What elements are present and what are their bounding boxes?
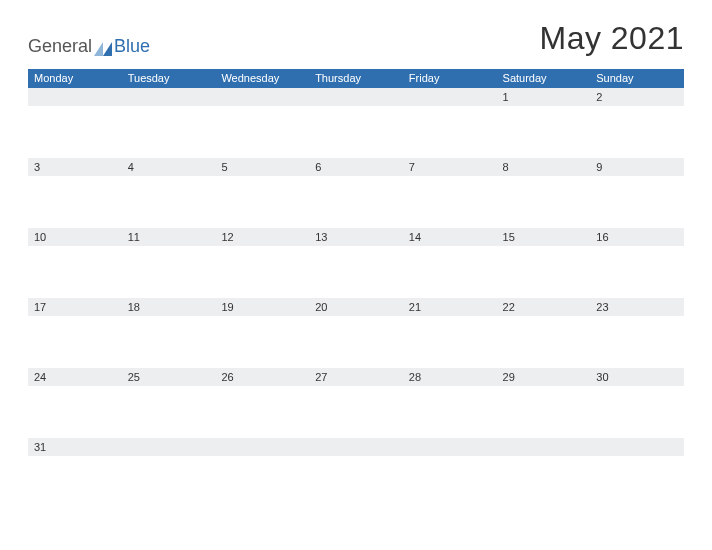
date-cell: 6 (309, 158, 403, 176)
day-header: Thursday (309, 69, 403, 87)
date-cell: 26 (215, 368, 309, 386)
date-cell: 31 (28, 438, 122, 456)
date-cell (403, 438, 497, 456)
date-cell (122, 88, 216, 106)
date-cell: 2 (590, 88, 684, 106)
date-cell (122, 438, 216, 456)
date-cell: 19 (215, 298, 309, 316)
date-cell (28, 88, 122, 106)
week-row: 1 2 (28, 87, 684, 157)
week-row: 24 25 26 27 28 29 30 (28, 367, 684, 437)
date-cell: 20 (309, 298, 403, 316)
date-cell: 30 (590, 368, 684, 386)
date-cell: 27 (309, 368, 403, 386)
date-cell: 15 (497, 228, 591, 246)
date-cell: 18 (122, 298, 216, 316)
week-row: 31 (28, 437, 684, 507)
brand-text-2: Blue (114, 36, 150, 57)
date-cell: 11 (122, 228, 216, 246)
date-cell: 16 (590, 228, 684, 246)
svg-marker-1 (103, 42, 112, 56)
date-cell: 25 (122, 368, 216, 386)
date-cell (215, 438, 309, 456)
date-cell: 24 (28, 368, 122, 386)
date-cell: 28 (403, 368, 497, 386)
date-cell: 9 (590, 158, 684, 176)
day-header: Saturday (497, 69, 591, 87)
date-cell: 13 (309, 228, 403, 246)
date-cell (497, 438, 591, 456)
date-cell: 21 (403, 298, 497, 316)
week-row: 10 11 12 13 14 15 16 (28, 227, 684, 297)
page-title: May 2021 (539, 20, 684, 57)
day-header: Tuesday (122, 69, 216, 87)
date-cell: 17 (28, 298, 122, 316)
date-cell (590, 438, 684, 456)
svg-marker-0 (94, 42, 103, 56)
date-cell: 12 (215, 228, 309, 246)
date-cell: 4 (122, 158, 216, 176)
brand-text-1: General (28, 36, 92, 57)
date-cell: 14 (403, 228, 497, 246)
date-cell: 5 (215, 158, 309, 176)
day-header: Sunday (590, 69, 684, 87)
week-row: 3 4 5 6 7 8 9 (28, 157, 684, 227)
brand-logo: General Blue (28, 36, 150, 57)
day-header: Friday (403, 69, 497, 87)
date-cell: 3 (28, 158, 122, 176)
date-cell (403, 88, 497, 106)
day-header: Wednesday (215, 69, 309, 87)
date-cell: 7 (403, 158, 497, 176)
week-row: 17 18 19 20 21 22 23 (28, 297, 684, 367)
date-cell: 10 (28, 228, 122, 246)
date-cell: 1 (497, 88, 591, 106)
date-cell (215, 88, 309, 106)
brand-mark-icon (94, 40, 112, 54)
date-cell: 8 (497, 158, 591, 176)
date-cell (309, 88, 403, 106)
date-cell: 29 (497, 368, 591, 386)
date-cell: 23 (590, 298, 684, 316)
date-cell (309, 438, 403, 456)
day-header: Monday (28, 69, 122, 87)
date-cell: 22 (497, 298, 591, 316)
header: General Blue May 2021 (28, 20, 684, 57)
day-header-row: Monday Tuesday Wednesday Thursday Friday… (28, 69, 684, 87)
calendar: Monday Tuesday Wednesday Thursday Friday… (28, 69, 684, 507)
